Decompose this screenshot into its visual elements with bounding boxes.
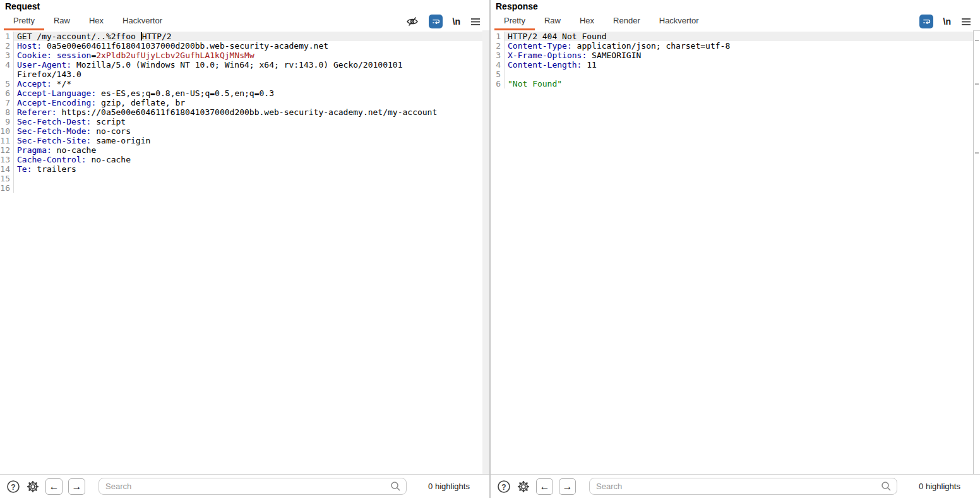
request-panel-title: Request [0,0,489,13]
code-line[interactable]: 11Sec-Fetch-Site: same-origin [0,136,489,145]
request-tabs: PrettyRawHexHackvertor [4,13,172,30]
line-number: 16 [0,183,14,193]
code-line[interactable]: 16 [0,183,489,193]
response-search-bar: ? ← → [491,474,980,498]
code-line[interactable]: 2Content-Type: application/json; charset… [491,41,980,51]
line-number: 1 [491,32,505,41]
line-number: 4 [0,60,14,70]
tab-raw[interactable]: Raw [44,13,80,30]
code-line-text: Sec-Fetch-Mode: no-cors [14,126,489,136]
tab-hackvertor[interactable]: Hackvertor [650,13,708,30]
line-number: 12 [0,145,14,155]
code-line[interactable]: 5Accept: */* [0,79,489,88]
code-line-text [505,70,980,79]
response-highlights-count: 0 highlights [905,482,974,491]
line-number: 10 [0,126,14,136]
prev-match-button[interactable]: ← [536,478,553,495]
soft-wrap-toggle-icon[interactable] [919,15,933,28]
help-icon[interactable]: ? [497,480,511,494]
newline-toggle-icon[interactable]: \n [943,16,951,27]
code-line-text: Cache-Control: no-cache [14,155,489,164]
search-icon [881,481,892,494]
eye-slash-icon[interactable] [406,16,419,27]
request-tab-row: PrettyRawHexHackvertor \n [0,13,489,30]
line-number: 6 [0,88,14,98]
code-line[interactable]: 3X-Frame-Options: SAMEORIGIN [491,51,980,60]
code-line-text: "Not Found" [505,79,980,88]
help-icon[interactable]: ? [6,480,20,494]
editor-menu-icon[interactable] [961,18,971,26]
code-line-text: Cookie: session=2xPldb2ufUjyLcbv2GufhLA1… [14,51,489,60]
request-search-input[interactable] [99,478,407,495]
code-line[interactable]: 1HTTP/2 404 Not Found [491,32,980,41]
settings-gear-icon[interactable] [26,480,40,494]
line-number: 5 [491,70,505,79]
line-number: 14 [0,164,14,174]
tab-pretty[interactable]: Pretty [494,13,535,30]
code-line[interactable]: 4User-Agent: Mozilla/5.0 (Windows NT 10.… [0,60,489,70]
line-number: 2 [0,41,14,51]
next-match-button[interactable]: → [559,478,576,495]
code-line[interactable]: Firefox/143.0 [0,70,489,79]
svg-text:?: ? [11,482,15,491]
code-line[interactable]: 1GET /my-account/..%2ffoo HTTP/2 [0,32,489,41]
response-search-input[interactable] [589,478,897,495]
tab-hex[interactable]: Hex [80,13,113,30]
code-line-text: Accept: */* [14,79,489,88]
settings-gear-icon[interactable] [517,480,530,494]
tab-hex[interactable]: Hex [570,13,604,30]
code-line-text: Pragma: no-cache [14,145,489,155]
tab-raw[interactable]: Raw [535,13,570,30]
tab-hackvertor[interactable]: Hackvertor [113,13,172,30]
line-number: 7 [0,98,14,107]
next-match-button[interactable]: → [68,478,85,495]
line-number: 3 [491,51,505,60]
code-line[interactable]: 5 [491,70,980,79]
soft-wrap-toggle-icon[interactable] [429,15,443,28]
response-editor[interactable]: 1HTTP/2 404 Not Found2Content-Type: appl… [491,30,980,474]
code-line[interactable]: 6Accept-Language: es-ES,es;q=0.8,en-US;q… [0,88,489,98]
prev-match-button[interactable]: ← [45,478,63,495]
code-line-text: Referer: https://0a5e00e604611f618041037… [14,107,489,117]
code-line-text: Sec-Fetch-Dest: script [14,117,489,126]
code-line[interactable]: 10Sec-Fetch-Mode: no-cors [0,126,489,136]
line-number: 5 [0,79,14,88]
code-line[interactable]: 14Te: trailers [0,164,489,174]
line-number: 15 [0,174,14,183]
response-tabs: PrettyRawHexRenderHackvertor [494,13,708,30]
code-line-text [14,174,489,183]
line-number: 4 [491,60,505,70]
line-number: 2 [491,41,505,51]
response-editor-scrollbar[interactable] [973,30,980,474]
code-line-text: Host: 0a5e00e604611f618041037000d200bb.w… [14,41,489,51]
code-line-text: Te: trailers [14,164,489,174]
code-line[interactable]: 2Host: 0a5e00e604611f618041037000d200bb.… [0,41,489,51]
code-line[interactable]: 8Referer: https://0a5e00e604611f61804103… [0,107,489,117]
repeater-view: Request PrettyRawHexHackvertor [0,0,980,498]
code-line[interactable]: 4Content-Length: 11 [491,60,980,70]
code-line[interactable]: 12Pragma: no-cache [0,145,489,155]
line-number: 11 [0,136,14,145]
response-tab-row: PrettyRawHexRenderHackvertor \n [491,13,980,30]
code-line[interactable]: 13Cache-Control: no-cache [0,155,489,164]
request-highlights-count: 0 highlights [415,482,483,491]
request-search-field-wrap [99,478,407,495]
code-line-text: Content-Type: application/json; charset=… [505,41,980,51]
line-number [0,70,14,79]
code-line[interactable]: 3Cookie: session=2xPldb2ufUjyLcbv2GufhLA… [0,51,489,60]
request-editor[interactable]: 1GET /my-account/..%2ffoo HTTP/22Host: 0… [0,30,489,474]
request-search-bar: ? ← → [0,474,489,498]
response-panel-title: Response [491,0,980,13]
code-line-text: Sec-Fetch-Site: same-origin [14,136,489,145]
editor-menu-icon[interactable] [470,18,481,26]
newline-toggle-icon[interactable]: \n [453,16,460,27]
code-line[interactable]: 9Sec-Fetch-Dest: script [0,117,489,126]
code-line[interactable]: 7Accept-Encoding: gzip, deflate, br [0,98,489,107]
request-editor-scrollbar[interactable] [482,30,489,474]
code-line[interactable]: 6"Not Found" [491,79,980,88]
code-line[interactable]: 15 [0,174,489,183]
tab-render[interactable]: Render [604,13,650,30]
tab-pretty[interactable]: Pretty [4,13,44,30]
code-line-text: GET /my-account/..%2ffoo HTTP/2 [14,32,489,41]
svg-text:?: ? [501,482,506,491]
